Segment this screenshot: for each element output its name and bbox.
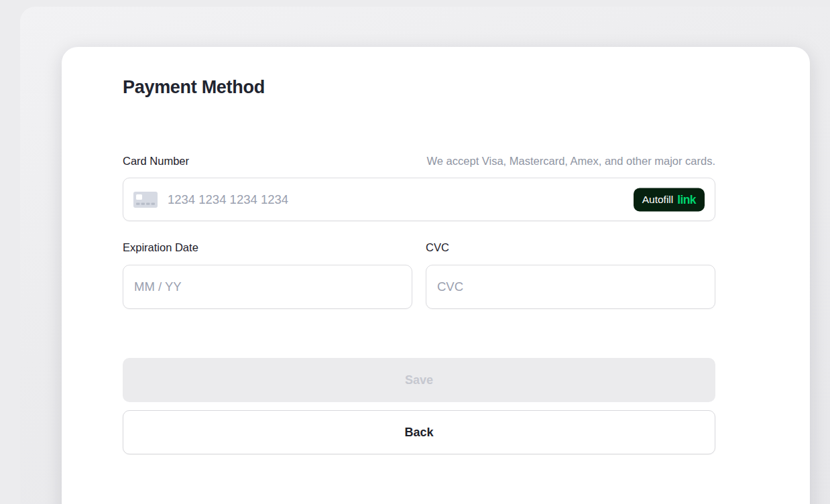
- card-number-field: Autofill link: [123, 178, 715, 221]
- autofill-link-button[interactable]: Autofill link: [634, 188, 705, 211]
- payment-method-card: Payment Method Card Number We accept Vis…: [62, 47, 810, 504]
- save-button[interactable]: Save: [123, 358, 715, 402]
- card-number-label: Card Number: [123, 153, 189, 169]
- cvc-label: CVC: [426, 241, 449, 253]
- link-brand-logo: link: [677, 192, 696, 206]
- card-number-label-row: Card Number We accept Visa, Mastercard, …: [123, 153, 715, 169]
- expiration-date-label: Expiration Date: [123, 241, 198, 253]
- expiry-cvc-label-row: Expiration Date CVC: [123, 239, 715, 256]
- card-number-input[interactable]: [123, 178, 715, 221]
- page-title: Payment Method: [123, 76, 715, 99]
- cvc-input[interactable]: [426, 265, 715, 309]
- accepted-cards-note: We accept Visa, Mastercard, Amex, and ot…: [427, 153, 715, 169]
- app-backdrop: Payment Method Card Number We accept Vis…: [20, 7, 830, 504]
- expiration-date-input[interactable]: [123, 265, 412, 309]
- back-button[interactable]: Back: [123, 410, 715, 454]
- payment-form: Payment Method Card Number We accept Vis…: [62, 47, 810, 454]
- autofill-label: Autofill: [642, 194, 674, 206]
- expiry-cvc-input-row: [123, 265, 715, 309]
